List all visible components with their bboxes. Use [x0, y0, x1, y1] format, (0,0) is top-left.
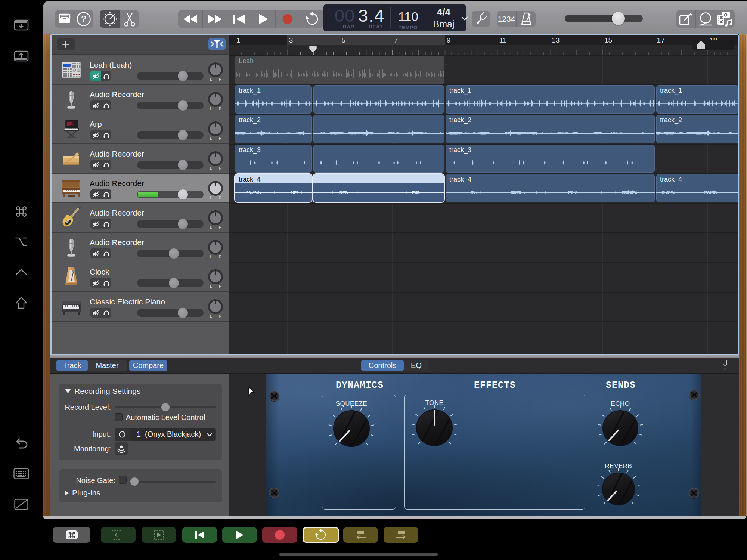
svg-text:?: ? — [81, 14, 86, 24]
